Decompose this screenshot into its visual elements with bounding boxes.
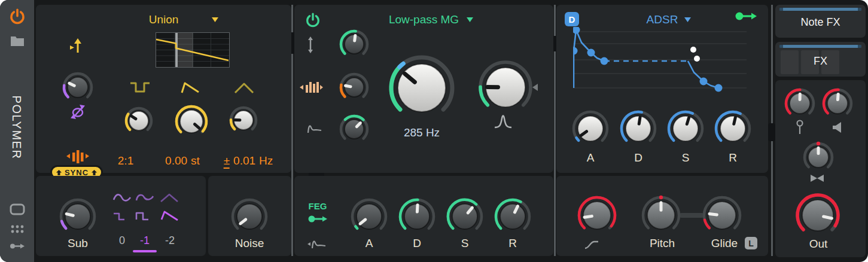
mod-source-icon[interactable]	[308, 215, 328, 226]
noise-level-knob[interactable]	[229, 196, 270, 237]
envelope-select-icon[interactable]	[306, 238, 327, 252]
parameter-dots-icon[interactable]	[10, 224, 25, 237]
knob-label-s: S	[461, 237, 469, 250]
out-main-knob[interactable]	[794, 191, 842, 239]
feg-label: FEG	[309, 201, 327, 211]
glide-label: Glide	[711, 237, 738, 250]
sub-oscillator-panel: Sub 0 -1 -2	[36, 176, 206, 256]
oscillator-type-selector[interactable]: Union	[36, 13, 291, 26]
velocity-knob[interactable]	[782, 86, 817, 121]
filter-panel: Low-pass MG 285 Hz	[294, 5, 553, 173]
preset-folder-icon[interactable]	[10, 35, 25, 49]
osc-spread-value[interactable]: ±0.01Hz	[224, 154, 273, 169]
filter-envelope-panel: FEG A D S R	[294, 176, 553, 256]
device-sidebar: POLYMER	[0, 0, 34, 262]
glide-knob[interactable]	[701, 194, 744, 237]
knob-label-d: D	[634, 151, 642, 164]
chevron-down-icon[interactable]	[467, 17, 473, 22]
amp-envelope-display[interactable]	[573, 27, 748, 96]
aeg-release-knob[interactable]	[712, 108, 753, 149]
triangle-left-icon[interactable]	[532, 83, 539, 94]
sub-pulse-wave-icon[interactable]	[112, 210, 132, 224]
bend-curve-knob[interactable]	[575, 194, 619, 237]
pitch-label: Pitch	[650, 237, 675, 250]
selected-octave-underline	[133, 250, 157, 252]
note-fx-box[interactable]: Note FX	[775, 5, 866, 38]
sub-level-knob[interactable]	[57, 196, 98, 237]
pitch-up-mode-icon[interactable]	[69, 37, 83, 56]
amp-envelope-panel: D ADSR A D S R	[556, 5, 768, 173]
out-label: Out	[809, 237, 828, 251]
saw-level-knob[interactable]	[173, 103, 210, 140]
sub-triangle-wave-icon[interactable]	[160, 192, 179, 206]
sub-sine-wave-icon[interactable]	[112, 192, 132, 206]
oscillator-waveform-display[interactable]	[156, 32, 230, 68]
sub-rounded-wave-icon[interactable]	[135, 192, 154, 206]
device-name-label: POLYMER	[10, 96, 23, 160]
fx-box[interactable]: FX	[775, 42, 866, 77]
unison-spread-icon[interactable]	[65, 148, 90, 167]
sub-octave-0[interactable]: 0	[119, 234, 125, 247]
filter-resonance-knob[interactable]	[477, 59, 534, 116]
oscillator-panel: Union 2:1 0.00st ±0.01Hz	[36, 5, 291, 173]
phase-icon	[69, 103, 87, 123]
legato-badge[interactable]: L	[745, 237, 757, 249]
triangle-level-knob[interactable]	[227, 104, 260, 136]
filter-type-selector[interactable]: Low-pass MG	[294, 13, 553, 26]
aeg-attack-knob[interactable]	[570, 108, 611, 149]
volume-knob[interactable]	[820, 86, 855, 121]
fx-chain-bar	[779, 45, 861, 48]
phase-knob[interactable]	[60, 70, 95, 105]
pitch-panel: Pitch Glide L	[556, 176, 768, 256]
feg-sustain-knob[interactable]	[444, 196, 485, 237]
mod-output-icon[interactable]	[735, 11, 758, 23]
pitch-knob[interactable]	[639, 194, 683, 237]
note-fx-label: Note FX	[775, 16, 866, 29]
keytrack-icon	[299, 79, 324, 98]
modulation-routes-icon[interactable]	[10, 242, 25, 252]
filter-shift-knob[interactable]	[337, 28, 371, 61]
knob-label-a: A	[587, 151, 595, 164]
filter-keytrack-knob[interactable]	[337, 71, 371, 104]
chevron-down-icon[interactable]	[212, 17, 218, 22]
resonance-peak-icon	[494, 114, 513, 132]
sub-octave-minus1[interactable]: -1	[140, 234, 150, 247]
remote-controls-icon[interactable]	[9, 203, 26, 218]
crossfade-icon	[809, 173, 825, 185]
rise-curve-icon	[584, 239, 599, 252]
aeg-sustain-knob[interactable]	[665, 108, 706, 149]
square-level-knob[interactable]	[123, 105, 155, 137]
feg-release-knob[interactable]	[492, 196, 533, 237]
saw-wave-icon	[180, 81, 200, 98]
filter-cutoff-knob[interactable]	[388, 54, 456, 122]
polymer-device: POLYMER Union	[0, 0, 868, 262]
knob-label-a: A	[366, 237, 373, 250]
sub-square-wave-icon[interactable]	[135, 210, 154, 224]
feg-decay-knob[interactable]	[397, 196, 437, 237]
envelope-icon	[307, 123, 322, 137]
sub-octave-minus2[interactable]: -2	[165, 234, 175, 247]
device-power-icon[interactable]	[9, 8, 26, 28]
note-fx-chain-bar	[779, 8, 861, 11]
knob-label-r: R	[508, 237, 517, 250]
arrow-up-icon	[56, 169, 62, 176]
filter-env-amount-knob[interactable]	[337, 112, 371, 146]
shift-updown-icon	[306, 35, 315, 57]
arrow-up-icon	[91, 169, 98, 176]
aeg-decay-knob[interactable]	[618, 108, 659, 149]
fx-label: FX	[775, 55, 866, 68]
knob-label-s: S	[682, 151, 690, 164]
chevron-down-icon[interactable]	[684, 17, 691, 22]
cutoff-value[interactable]: 285 Hz	[404, 126, 440, 139]
sub-label: Sub	[68, 237, 88, 250]
osc-detune-value[interactable]: 0.00st	[165, 154, 200, 167]
output-panel: Out	[775, 80, 866, 257]
osc-ratio-value[interactable]: 2:1	[118, 154, 133, 167]
sub-saw-wave-icon[interactable]	[160, 210, 179, 224]
pan-knob[interactable]	[801, 140, 836, 175]
speaker-icon	[832, 121, 843, 136]
triangle-wave-icon	[234, 81, 254, 97]
panel-handle[interactable]	[768, 123, 775, 141]
square-wave-icon	[129, 80, 151, 97]
feg-attack-knob[interactable]	[349, 196, 389, 237]
